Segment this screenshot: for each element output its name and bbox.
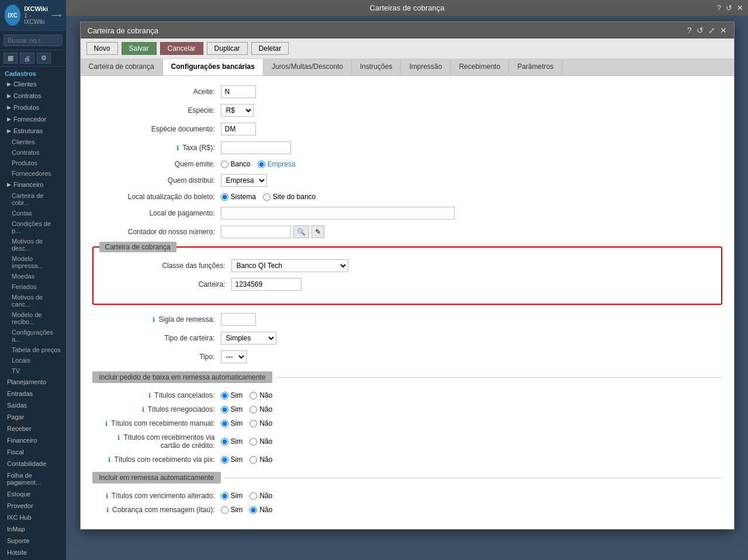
radio-cancelados-sim-input[interactable] — [221, 392, 228, 399]
radio-cancelados-nao-input[interactable] — [250, 392, 257, 399]
radio-rec-via-sim[interactable]: Sim — [221, 437, 243, 446]
sidebar-item-estoque[interactable]: Estoque — [0, 488, 66, 500]
sidebar-subitem-carteira[interactable]: Carteira de cobr... — [0, 190, 66, 208]
taxa-input[interactable] — [221, 141, 291, 154]
radio-empresa[interactable]: Empresa — [258, 160, 296, 168]
radio-vencimento-sim-input[interactable] — [221, 492, 228, 500]
radio-empresa-input[interactable] — [258, 161, 265, 168]
sidebar-item-ixchub[interactable]: IXC Hub — [0, 512, 66, 523]
radio-cancelados-nao[interactable]: Não — [250, 391, 272, 399]
radio-rec-manual-sim[interactable]: Sim — [221, 419, 243, 427]
radio-rec-manual-nao-input[interactable] — [250, 420, 257, 427]
modal-help-icon[interactable]: ? — [687, 26, 692, 35]
grid-icon-btn[interactable]: ▦ — [4, 53, 18, 64]
tab-carteira[interactable]: Carteira de cobrança — [81, 59, 163, 75]
classe-funcoes-select[interactable]: Banco QI Tech Banco Itaú Banco Bradesco … — [231, 259, 348, 272]
settings-icon-btn[interactable]: ⚙ — [37, 53, 51, 64]
sidebar-item-fiscal[interactable]: Fiscal — [0, 446, 66, 458]
sidebar-item-pagar[interactable]: Pagar — [0, 411, 66, 423]
carteira-input[interactable] — [231, 278, 302, 291]
radio-rec-pix-nao-input[interactable] — [250, 456, 257, 464]
sidebar-subitem-clientes[interactable]: Clientes — [0, 137, 66, 147]
cancelar-button[interactable]: Cancelar — [160, 42, 203, 55]
tipo-carteira-select[interactable]: Simples Vinculada Caucionada — [221, 332, 276, 345]
aceite-input[interactable] — [221, 85, 256, 98]
modal-refresh-icon[interactable]: ↺ — [697, 26, 704, 35]
especie-doc-input[interactable] — [221, 123, 256, 135]
radio-banco-input[interactable] — [221, 161, 228, 168]
salvar-button[interactable]: Salvar — [122, 42, 157, 55]
radio-site-banco-input[interactable] — [263, 193, 271, 201]
contador-input[interactable] — [221, 225, 291, 238]
sidebar-subitem-fornecedores[interactable]: Fornecedores — [0, 168, 66, 179]
sidebar-item-contratos[interactable]: ▶ Contratos — [0, 90, 66, 102]
radio-cancelados-sim[interactable]: Sim — [221, 391, 243, 399]
tab-instrucoes[interactable]: Instruções — [352, 59, 401, 75]
radio-rec-pix-sim-input[interactable] — [221, 456, 228, 464]
sidebar-subitem-contratos[interactable]: Contratos — [0, 147, 66, 158]
radio-vencimento-sim[interactable]: Sim — [221, 492, 243, 500]
tab-impressao[interactable]: Impressão — [401, 59, 451, 75]
radio-cobranca-nao[interactable]: Não — [250, 506, 272, 514]
close-icon[interactable]: ✕ — [737, 4, 743, 12]
radio-rec-pix-sim[interactable]: Sim — [221, 455, 243, 464]
deletar-button[interactable]: Deletar — [251, 42, 289, 55]
radio-renegociados-sim-input[interactable] — [221, 406, 228, 413]
modal-close-icon[interactable]: ✕ — [720, 26, 727, 35]
local-pagamento-input[interactable] — [221, 207, 455, 220]
sidebar-item-produtos[interactable]: ▶ Produtos — [0, 102, 66, 113]
sidebar-subitem-produtos[interactable]: Produtos — [0, 158, 66, 168]
sidebar-item-financeiro[interactable]: ▶ Financeiro — [0, 179, 66, 190]
sidebar-item-inmap[interactable]: InMap — [0, 523, 66, 535]
sidebar-item-suporte[interactable]: Suporte — [0, 535, 66, 547]
duplicar-button[interactable]: Duplicar — [207, 42, 248, 55]
sidebar-item-folha[interactable]: Folha de pagament... — [0, 469, 66, 488]
sidebar-item-entradas[interactable]: Entradas — [0, 388, 66, 399]
radio-sistema-input[interactable] — [221, 193, 228, 201]
tab-juros[interactable]: Juros/Multas/Desconto — [264, 59, 352, 75]
search-input[interactable] — [4, 34, 63, 46]
sidebar-subitem-tv[interactable]: TV — [0, 366, 66, 376]
radio-sistema[interactable]: Sistema — [221, 193, 256, 201]
sidebar-item-receber[interactable]: Receber — [0, 423, 66, 434]
radio-rec-via-nao-input[interactable] — [250, 438, 257, 446]
help-icon[interactable]: ? — [717, 4, 721, 12]
sidebar-subitem-contas[interactable]: Contas — [0, 208, 66, 218]
tab-config-bancarias[interactable]: Configurações bancárias — [163, 59, 264, 75]
modal-expand-icon[interactable]: ⤢ — [708, 26, 715, 35]
sidebar-subitem-config-a[interactable]: Configurações a... — [0, 327, 66, 345]
tipo-select[interactable]: --- 01 02 — [221, 350, 247, 363]
sidebar-subitem-condicoes[interactable]: Condições de p... — [0, 218, 66, 236]
radio-banco[interactable]: Banco — [221, 160, 251, 168]
radio-site-banco[interactable]: Site do banco — [263, 193, 316, 201]
print-icon-btn[interactable]: 🖨 — [20, 53, 34, 64]
sidebar-subitem-modelo-recibo[interactable]: Modelo de recibo... — [0, 309, 66, 327]
sidebar-subitem-motivos-canc[interactable]: Motivos de canc... — [0, 292, 66, 309]
tab-recebimento[interactable]: Recebimento — [451, 59, 509, 75]
sidebar-item-estruturas[interactable]: ▶ Estruturas — [0, 125, 66, 137]
tab-parametros[interactable]: Parâmetros — [509, 59, 562, 75]
radio-rec-manual-sim-input[interactable] — [221, 420, 228, 427]
radio-cobranca-sim-input[interactable] — [221, 506, 228, 514]
radio-rec-manual-nao[interactable]: Não — [250, 419, 272, 427]
sidebar-subitem-moedas[interactable]: Moedas — [0, 271, 66, 281]
sidebar-item-provedor[interactable]: Provedor — [0, 500, 66, 512]
radio-rec-pix-nao[interactable]: Não — [250, 455, 272, 464]
radio-renegociados-nao[interactable]: Não — [250, 405, 272, 413]
novo-button[interactable]: Novo — [86, 42, 118, 55]
radio-rec-via-sim-input[interactable] — [221, 438, 228, 446]
sidebar-expand-icon[interactable]: ⟶ — [51, 11, 61, 19]
sidebar-subitem-motivos-desc[interactable]: Motivos de desc... — [0, 236, 66, 253]
radio-vencimento-nao-input[interactable] — [250, 492, 257, 500]
radio-rec-via-nao[interactable]: Não — [250, 437, 272, 446]
radio-renegociados-sim[interactable]: Sim — [221, 405, 243, 413]
radio-renegociados-nao-input[interactable] — [250, 406, 257, 413]
contador-edit-btn[interactable]: ✎ — [311, 225, 324, 238]
sidebar-item-clientes[interactable]: ▶ Clientes — [0, 78, 66, 90]
quem-distribui-select[interactable]: Empresa Banco Outro — [221, 174, 267, 187]
sidebar-item-contabilidade[interactable]: Contabilidade — [0, 458, 66, 469]
contador-search-btn[interactable]: 🔍 — [293, 225, 309, 238]
refresh-icon[interactable]: ↺ — [726, 4, 732, 12]
sidebar-subitem-tabela-precos[interactable]: Tabela de preços — [0, 345, 66, 355]
sidebar-item-fornecedor[interactable]: ▶ Fornecedor — [0, 113, 66, 125]
